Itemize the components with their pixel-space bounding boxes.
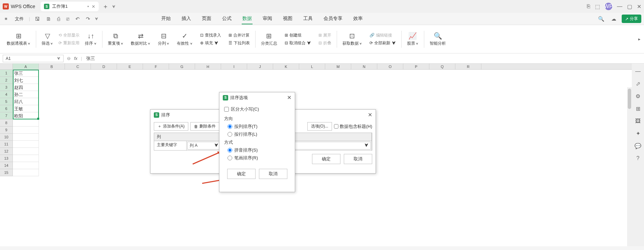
subtotal-button[interactable]: ⊞分类汇总 xyxy=(258,25,281,53)
row-header-2[interactable]: 2 xyxy=(0,77,13,84)
cancel-icon[interactable]: ⊖ xyxy=(67,56,71,61)
col-header-O[interactable]: O xyxy=(377,64,403,69)
cell-reference-box[interactable]: A1 ⮟ xyxy=(3,55,64,62)
sort-cancel-button[interactable]: 取消 xyxy=(344,154,372,164)
minimize-button[interactable]: — xyxy=(617,3,622,9)
select-all-corner[interactable] xyxy=(0,64,13,69)
row-header-1[interactable]: 1 xyxy=(0,70,13,77)
undo-icon[interactable]: ↶ xyxy=(74,15,81,23)
col-header-P[interactable]: P xyxy=(403,64,429,69)
tab-tools[interactable]: 工具 xyxy=(303,14,313,24)
print-preview-icon[interactable]: ⎚ xyxy=(65,15,71,23)
show-all-button[interactable]: ⟲ 全部显示 xyxy=(58,32,79,38)
tab-page[interactable]: 页面 xyxy=(201,14,212,24)
file-menu[interactable]: 文件 xyxy=(13,15,26,23)
reapply-button[interactable]: ⟳ 重新应用 xyxy=(58,40,79,46)
ungroup-button[interactable]: ⊟ 取消组合 ⮟ xyxy=(285,40,311,46)
device-icon[interactable]: ⎘ xyxy=(587,3,590,9)
side-chat-icon[interactable]: 💬 xyxy=(635,143,641,149)
side-image-icon[interactable]: 🖼 xyxy=(635,118,641,124)
smart-analysis-button[interactable]: 🔍智能分析 xyxy=(426,25,449,53)
sort-button[interactable]: ↓↑排序 xyxy=(81,25,100,53)
save-icon[interactable]: 🖫 xyxy=(33,15,41,23)
split-button[interactable]: ⊟分列 xyxy=(154,25,173,53)
tab-view[interactable]: 视图 xyxy=(282,14,293,24)
delete-condition-button[interactable]: 🗑 删除条件 xyxy=(190,122,219,131)
new-tab-button[interactable]: ＋ xyxy=(101,2,110,11)
close-icon[interactable]: ✕ xyxy=(92,4,95,9)
user-avatar[interactable]: WP xyxy=(605,3,612,10)
side-star-icon[interactable]: ✦ xyxy=(636,130,640,137)
col-header-K[interactable]: K xyxy=(273,64,299,69)
group-button[interactable]: ⊞ 创建组 xyxy=(285,32,311,38)
sort-options-close[interactable]: ✕ xyxy=(287,94,291,101)
row-header-11[interactable]: 11 xyxy=(0,141,13,148)
side-minimize-icon[interactable]: — xyxy=(635,68,641,74)
col-header-N[interactable]: N xyxy=(351,64,377,69)
row-header-5[interactable]: 5 xyxy=(0,98,13,105)
row-header-13[interactable]: 13 xyxy=(0,155,13,162)
row-header-14[interactable]: 14 xyxy=(0,162,13,169)
tab-review[interactable]: 审阅 xyxy=(262,14,273,24)
row-header-12[interactable]: 12 xyxy=(0,148,13,155)
tab-start[interactable]: 开始 xyxy=(161,14,171,24)
workbook-tab[interactable]: S 工作簿1 • ✕ xyxy=(41,2,99,11)
col-header-B[interactable]: B xyxy=(39,64,65,69)
formula-input[interactable]: 张三 xyxy=(86,55,641,62)
col-header-C[interactable]: C xyxy=(65,64,91,69)
cell-A1[interactable]: 张三 xyxy=(13,70,39,77)
side-help-icon[interactable]: ? xyxy=(637,155,640,161)
col-header-F[interactable]: F xyxy=(143,64,169,69)
row-header-15[interactable]: 15 xyxy=(0,169,13,176)
col-header-I[interactable]: I xyxy=(221,64,247,69)
tab-dirty-icon[interactable]: • xyxy=(87,4,89,9)
col-header-L[interactable]: L xyxy=(299,64,325,69)
duplicates-button[interactable]: ⧉重复项 xyxy=(104,25,127,53)
row-header-10[interactable]: 10 xyxy=(0,134,13,141)
cell-A2[interactable]: 刘七 xyxy=(13,77,39,84)
options-ok-button[interactable]: 确定 xyxy=(227,169,256,179)
cell-A4[interactable]: 孙二 xyxy=(13,91,39,98)
dropdown-list-button[interactable]: ☰ 下拉列表 xyxy=(229,40,250,46)
col-header-Q[interactable]: Q xyxy=(429,64,455,69)
col-header-J[interactable]: J xyxy=(247,64,273,69)
col-header-M[interactable]: M xyxy=(325,64,351,69)
expand-button[interactable]: ⊞ 展开 xyxy=(318,32,331,38)
sort-dialog-close[interactable]: ✕ xyxy=(368,112,372,118)
stock-button[interactable]: 📈股票 xyxy=(404,25,422,53)
cube-icon[interactable]: ⬚ xyxy=(595,3,600,10)
cell-A7[interactable]: 欧阳 xyxy=(13,112,39,119)
collapse-button[interactable]: ⊟ 折叠 xyxy=(318,40,331,46)
column-select[interactable]: 列 A⮟ xyxy=(187,142,221,150)
by-column-radio[interactable]: 按列排序(T) xyxy=(228,123,290,130)
pinyin-sort-radio[interactable]: 拼音排序(S) xyxy=(228,147,290,153)
getdata-button[interactable]: ⊡获取数据 xyxy=(339,25,365,53)
chevron-down-icon[interactable]: ⮟ xyxy=(57,56,61,60)
tab-efficiency[interactable]: 效率 xyxy=(353,14,363,24)
col-header-G[interactable]: G xyxy=(169,64,195,69)
tab-insert[interactable]: 插入 xyxy=(181,14,192,24)
row-header-3[interactable]: 3 xyxy=(0,84,13,91)
share-button[interactable]: ↗ 分享 xyxy=(622,15,641,23)
add-condition-button[interactable]: ＋ 添加条件(A) xyxy=(154,122,188,131)
cloud-icon[interactable]: ☁ xyxy=(610,15,618,23)
col-header-R[interactable]: R xyxy=(455,64,481,69)
col-header-A[interactable]: A xyxy=(13,64,39,69)
merge-calc-button[interactable]: ⊞ 合并计算 xyxy=(229,32,250,38)
col-header-H[interactable]: H xyxy=(195,64,221,69)
row-header-6[interactable]: 6 xyxy=(0,105,13,112)
tab-menu-icon[interactable]: ⮟ xyxy=(112,5,116,8)
compare-button[interactable]: ⇄数据对比 xyxy=(127,25,154,53)
filter-button[interactable]: ▽筛选 xyxy=(38,25,56,53)
row-header-4[interactable]: 4 xyxy=(0,91,13,98)
pivot-button[interactable]: ⊞数据透视表 xyxy=(3,25,34,53)
row-header-8[interactable]: 8 xyxy=(0,119,13,127)
fill-button[interactable]: ⊕ 填充 ⮟ xyxy=(200,40,221,46)
tab-formula[interactable]: 公式 xyxy=(221,14,232,24)
side-settings-icon[interactable]: ⚙ xyxy=(636,93,640,99)
vertical-scrollbar[interactable] xyxy=(627,87,632,246)
validate-button[interactable]: ✓有效性 xyxy=(173,25,196,53)
cell-A5[interactable]: 邱八 xyxy=(13,98,39,105)
row-header-7[interactable]: 7 xyxy=(0,112,13,119)
options-cancel-button[interactable]: 取消 xyxy=(259,169,287,179)
